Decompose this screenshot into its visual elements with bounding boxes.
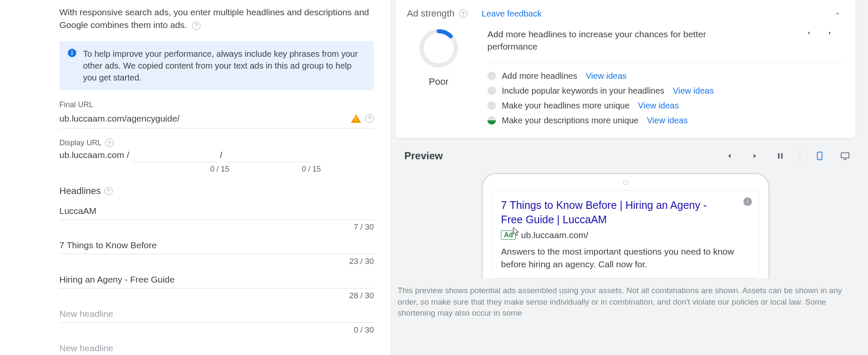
view-ideas-link[interactable]: View ideas (586, 71, 626, 81)
strength-tip: Make your headlines more uniqueView idea… (487, 98, 844, 113)
final-url-input[interactable] (59, 112, 347, 125)
info-icon[interactable]: i (743, 197, 752, 206)
display-path2-input[interactable] (225, 149, 311, 162)
tip-text: Add more headlines (502, 71, 577, 81)
final-url-field: Final URL ? (59, 100, 374, 128)
display-url-label: Display URL ? (59, 139, 374, 147)
path1-counter: 0 / 15 (140, 165, 229, 174)
help-icon[interactable]: ? (192, 22, 200, 30)
help-icon[interactable]: ? (459, 9, 467, 18)
headline-counter: 28 / 30 (59, 291, 374, 300)
headline-row: 28 / 30 (59, 269, 374, 300)
desktop-icon (840, 151, 850, 161)
svg-rect-4 (841, 153, 849, 158)
display-url-domain: ub.luccaam.com (59, 150, 124, 160)
preview-next-button[interactable] (747, 148, 762, 164)
headlines-label: Headlines ? (59, 186, 374, 197)
tip-status-dot (487, 86, 496, 95)
prev-tip-button[interactable] (802, 26, 815, 40)
info-icon: i (68, 49, 76, 57)
headline-row: 7 / 30 (59, 201, 374, 232)
final-url-label: Final URL (59, 100, 374, 109)
display-url-field: Display URL ? ub.luccaam.com / / 0 / 15 … (59, 139, 374, 174)
ad-strength-panel: Ad strength ? Leave feedback Poor (396, 0, 855, 138)
tip-text: Include popular keywords in your headlin… (502, 86, 665, 96)
tip-status-dot (487, 116, 496, 125)
strength-tip: Include popular keywords in your headlin… (487, 83, 844, 98)
warning-icon[interactable] (351, 114, 361, 123)
view-ideas-link[interactable]: View ideas (647, 116, 687, 125)
display-path1-input[interactable] (132, 149, 217, 162)
headline-counter: 23 / 30 (59, 257, 374, 266)
help-icon[interactable]: ? (104, 187, 113, 195)
cursor-icon (513, 227, 520, 236)
strength-tip: Make your descriptions more uniqueView i… (487, 113, 844, 128)
chevron-left-icon (725, 151, 734, 161)
preview-section: Preview (396, 147, 855, 319)
tip-status-dot (487, 72, 496, 80)
headline-counter: 0 / 30 (59, 325, 374, 335)
leave-feedback-link[interactable]: Leave feedback (482, 9, 542, 19)
phone-speaker-icon (623, 180, 628, 185)
next-tip-button[interactable] (823, 26, 837, 40)
ad-strength-title: Ad strength (407, 8, 455, 19)
strength-tip: Add more headlinesView ideas (487, 69, 844, 83)
smartphone-icon (815, 151, 824, 161)
headline-counter: 7 / 30 (59, 222, 374, 232)
preview-pause-button[interactable] (773, 148, 788, 164)
preview-prev-button[interactable] (722, 148, 737, 164)
headline-input[interactable] (59, 201, 374, 220)
headline-row: 0 / 30 (59, 338, 374, 355)
editor-panel: With responsive search ads, you enter mu… (0, 0, 390, 355)
headline-input[interactable] (59, 235, 374, 254)
svg-point-3 (819, 158, 820, 159)
preview-disclaimer: This preview shows potential ads assembl… (398, 285, 854, 319)
ad-preview-card: i 7 Things to Know Before | Hiring an Ag… (492, 190, 759, 278)
chevron-up-icon (834, 10, 841, 17)
help-icon[interactable]: ? (365, 114, 374, 123)
intro-text: With responsive search ads, you enter mu… (59, 6, 374, 32)
headline-input[interactable] (59, 304, 374, 323)
path2-counter: 0 / 15 (232, 165, 321, 174)
chevron-right-icon (826, 30, 833, 36)
strength-gauge (418, 28, 459, 69)
pause-icon (776, 151, 785, 161)
tip-text: Make your descriptions more unique (502, 116, 638, 125)
info-banner-text: To help improve your performance, always… (83, 48, 365, 83)
chevron-left-icon (805, 30, 812, 36)
view-ideas-link[interactable]: View ideas (673, 86, 714, 96)
tip-status-dot (487, 101, 496, 110)
preview-desktop-button[interactable] (837, 148, 853, 164)
headline-input[interactable] (59, 269, 374, 288)
ad-preview-url: ub.luccaam.com/ (521, 230, 588, 240)
help-icon[interactable]: ? (105, 139, 114, 147)
phone-frame: i 7 Things to Know Before | Hiring an Ag… (481, 173, 770, 278)
strength-grade: Poor (407, 76, 470, 87)
ad-preview-title: 7 Things to Know Before | Hiring an Agen… (501, 198, 730, 227)
headline-row: 0 / 30 (59, 304, 374, 335)
strength-headline: Add more headlines to increase your chan… (487, 28, 708, 53)
ad-preview-description: Answers to the most important questions … (501, 245, 750, 270)
headline-row: 23 / 30 (59, 235, 374, 266)
chevron-right-icon (750, 151, 760, 161)
info-banner: i To help improve your performance, alwa… (59, 41, 374, 90)
view-ideas-link[interactable]: View ideas (638, 101, 679, 111)
collapse-panel-button[interactable] (831, 7, 844, 20)
tip-text: Make your headlines more unique (502, 101, 629, 111)
headline-input[interactable] (59, 338, 374, 355)
preview-title: Preview (404, 150, 443, 162)
preview-mobile-button[interactable] (812, 148, 827, 164)
